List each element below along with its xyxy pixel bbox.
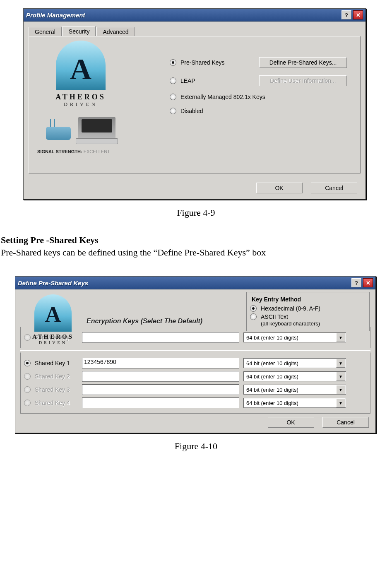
shared-key-2-input[interactable] xyxy=(82,371,239,382)
chevron-down-icon: ▼ xyxy=(336,398,345,407)
label-shared-key-2: Shared Key 2 xyxy=(35,373,70,380)
help-button[interactable]: ? xyxy=(351,278,361,287)
signal-strength-label: SIGNAL STRENGTH: EXCELLENT xyxy=(37,149,124,154)
label-shared-key-1: Shared Key 1 xyxy=(35,360,70,366)
logo-sub-text: DRIVEN xyxy=(22,340,84,345)
chevron-down-icon: ▼ xyxy=(336,359,345,368)
logo-brand-text: ATHEROS xyxy=(22,333,84,340)
define-user-info-button: Define User Information... xyxy=(259,75,347,86)
window-title: Define Pre-Shared Keys xyxy=(18,279,350,287)
shared-key-4-size-combo[interactable]: 64 bit (enter 10 digits)▼ xyxy=(243,398,346,408)
label-shared-key-4: Shared Key 4 xyxy=(35,400,70,406)
shared-key-3-input[interactable] xyxy=(82,384,239,395)
figure-caption-1: Figure 4-9 xyxy=(0,207,392,218)
window-title: Profile Management xyxy=(26,12,340,19)
radio-shared-key-2[interactable] xyxy=(24,373,31,380)
label-shared-key-3: Shared Key 3 xyxy=(35,386,70,393)
devices-illustration xyxy=(37,117,124,140)
radio-shared-key-1[interactable] xyxy=(24,360,31,366)
logo-sub-text: DRIVEN xyxy=(37,101,124,108)
key-entry-method-group: Key Entry Method Hexadecimal (0-9, A-F) … xyxy=(246,292,370,331)
radio-hexadecimal[interactable] xyxy=(250,305,257,312)
section-body: Pre-Shared keys can be defined using the… xyxy=(1,247,392,258)
label-pre-shared-keys: Pre-Shared Keys xyxy=(180,59,259,66)
radio-per-user-key xyxy=(24,334,31,341)
per-user-key-size-combo[interactable]: 64 bit (enter 10 digits)▼ xyxy=(243,332,346,342)
label-hexadecimal: Hexadecimal (0-9, A-F) xyxy=(261,305,320,312)
define-psk-dialog: Define Pre-Shared Keys ? ✕ ATHEROS DRIVE… xyxy=(15,276,376,434)
figure-caption-2: Figure 4-10 xyxy=(0,441,392,452)
radio-externally-managed[interactable] xyxy=(170,94,176,100)
chevron-down-icon: ▼ xyxy=(336,385,345,394)
radio-disabled[interactable] xyxy=(170,108,176,114)
label-externally-managed: Externally Managed 802.1x Keys xyxy=(180,94,265,100)
router-icon xyxy=(46,127,71,140)
tab-strip: General Security Advanced xyxy=(24,22,366,36)
label-ascii: ASCII Text (all keyboard characters) xyxy=(261,313,320,327)
titlebar[interactable]: Profile Management ? ✕ xyxy=(24,9,366,22)
logo-icon xyxy=(34,294,72,332)
ok-button[interactable]: OK xyxy=(256,183,303,193)
label-disabled: Disabled xyxy=(180,108,203,114)
tab-security[interactable]: Security xyxy=(63,26,96,36)
shared-key-3-size-combo[interactable]: 64 bit (enter 10 digits)▼ xyxy=(243,385,346,395)
help-button[interactable]: ? xyxy=(341,10,351,19)
tab-content: ATHEROS DRIVEN SIGNAL STRENGTH: EXCELLEN… xyxy=(29,36,361,173)
shared-key-1-size-combo[interactable]: 64 bit (enter 10 digits)▼ xyxy=(243,358,346,368)
logo-brand-text: ATHEROS xyxy=(37,93,124,101)
cancel-button[interactable]: Cancel xyxy=(322,417,369,428)
shared-key-2-size-combo[interactable]: 64 bit (enter 10 digits)▼ xyxy=(243,371,346,381)
shared-key-4-input[interactable] xyxy=(82,397,239,408)
radio-leap[interactable] xyxy=(170,77,176,84)
chevron-down-icon: ▼ xyxy=(336,333,345,342)
label-leap: LEAP xyxy=(180,77,259,84)
chevron-down-icon: ▼ xyxy=(336,372,345,381)
cancel-button[interactable]: Cancel xyxy=(311,183,357,193)
section-heading: Setting Pre -Shared Keys xyxy=(1,235,392,246)
close-button[interactable]: ✕ xyxy=(353,10,363,19)
radio-pre-shared-keys[interactable] xyxy=(170,59,176,66)
ok-button[interactable]: OK xyxy=(268,417,314,428)
key-entry-title: Key Entry Method xyxy=(250,296,303,303)
radio-shared-key-4[interactable] xyxy=(24,400,31,406)
radio-shared-key-3[interactable] xyxy=(24,386,31,393)
dialog-buttons: OK Cancel xyxy=(20,414,370,429)
brand-logo: ATHEROS DRIVEN xyxy=(22,294,84,345)
shared-key-1-input[interactable]: 1234567890 xyxy=(82,358,239,369)
brand-logo: ATHEROS DRIVEN SIGNAL STRENGTH: EXCELLEN… xyxy=(37,41,124,154)
radio-ascii[interactable] xyxy=(250,313,257,320)
logo-icon xyxy=(56,41,106,90)
close-button[interactable]: ✕ xyxy=(363,278,373,287)
profile-management-dialog: Profile Management ? ✕ General Security … xyxy=(23,8,366,200)
define-psk-button[interactable]: Define Pre-Shared Keys... xyxy=(259,57,347,68)
titlebar[interactable]: Define Pre-Shared Keys ? ✕ xyxy=(15,277,375,289)
laptop-icon xyxy=(78,117,115,140)
per-user-key-input[interactable] xyxy=(82,332,239,343)
dialog-buttons: OK Cancel xyxy=(24,178,366,199)
